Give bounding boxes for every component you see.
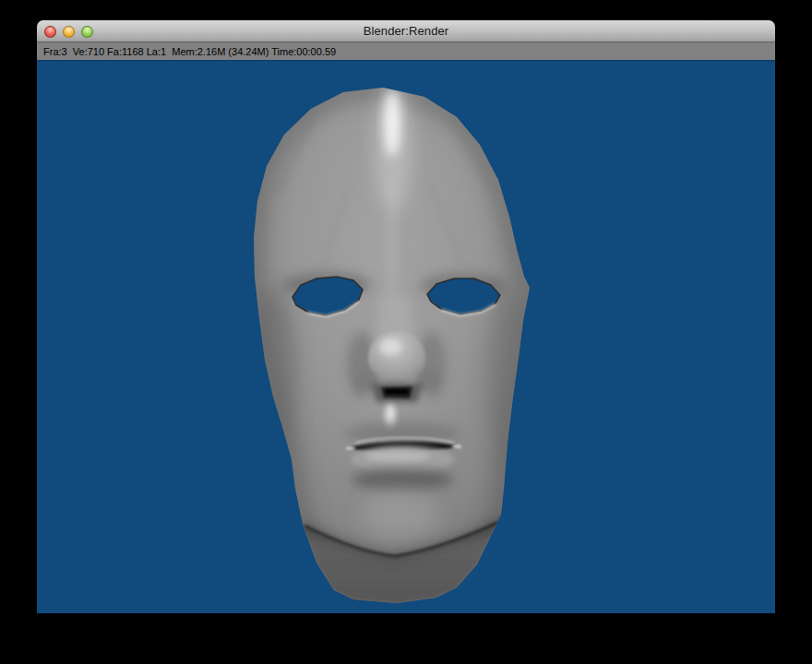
left-cheek-shadow — [245, 287, 297, 462]
chin-highlight — [361, 492, 438, 537]
under-lip-shadow — [352, 468, 453, 491]
window-title: Blender:Render — [37, 24, 775, 38]
render-stats-text: Fra:3 Ve:710 Fa:1168 La:1 Mem:2.16M (34.… — [43, 46, 336, 57]
right-cheek-shadow — [485, 287, 537, 462]
render-result-view — [37, 61, 775, 613]
blender-render-window: Blender:Render Fra:3 Ve:710 Fa:1168 La:1… — [37, 20, 775, 613]
title-bar[interactable]: Blender:Render — [37, 20, 775, 42]
render-stats-bar: Fra:3 Ve:710 Fa:1168 La:1 Mem:2.16M (34.… — [37, 42, 775, 61]
rendered-head-image — [37, 61, 775, 613]
